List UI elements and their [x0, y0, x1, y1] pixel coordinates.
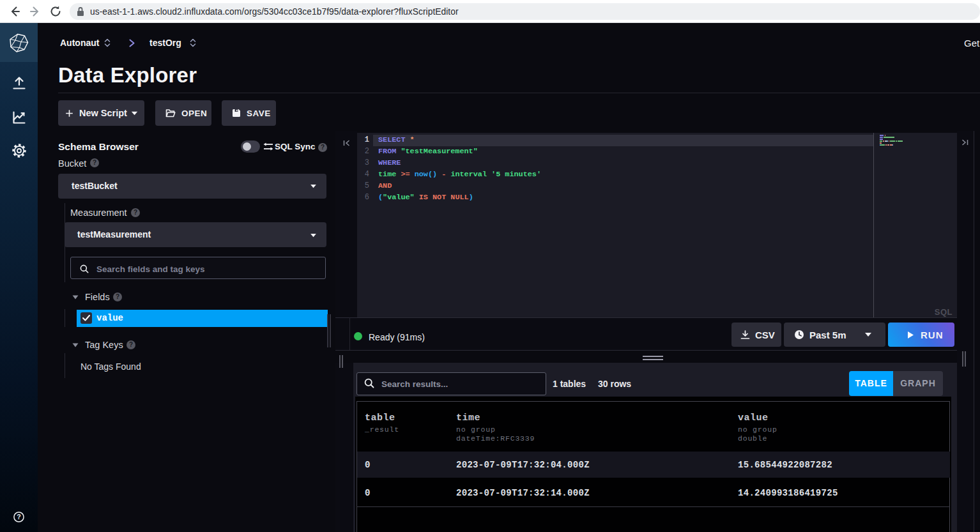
svg-text:?: ?	[17, 513, 20, 521]
